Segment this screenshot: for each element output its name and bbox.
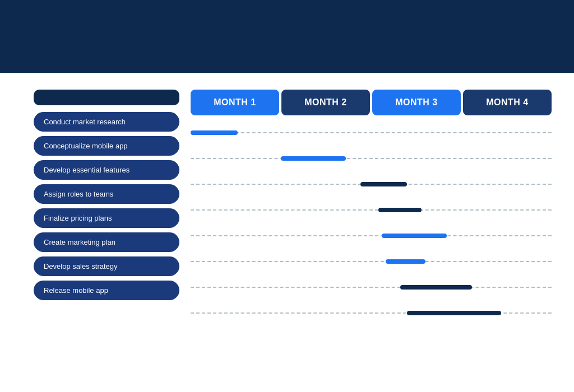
task-item: Finalize pricing plans: [34, 208, 179, 228]
gantt-bar: [191, 130, 238, 135]
gantt-bar: [400, 285, 473, 290]
main-content: Conduct market researchConceptualize mob…: [0, 73, 574, 339]
month-header-1: MONTH 1: [191, 90, 279, 115]
gantt-column: MONTH 1MONTH 2MONTH 3MONTH 4: [191, 90, 552, 328]
gantt-row: [191, 122, 552, 143]
task-item: Conduct market research: [34, 112, 179, 132]
task-item: Release mobile app: [34, 281, 179, 300]
gantt-bar: [386, 259, 425, 264]
month-header-2: MONTH 2: [281, 90, 370, 115]
task-item: Develop sales strategy: [34, 256, 179, 276]
task-item: Develop essential features: [34, 160, 179, 180]
gantt-track: [191, 130, 552, 135]
gantt-row: [191, 199, 552, 221]
gantt-track: [191, 156, 552, 161]
gantt-bar: [360, 182, 408, 186]
task-item: Create marketing plan: [34, 232, 179, 252]
month-header-4: MONTH 4: [463, 90, 552, 115]
gantt-track: [191, 208, 552, 212]
gantt-track: [191, 182, 552, 186]
gantt-dashes: [191, 287, 552, 288]
header: [0, 0, 574, 73]
tasks-header: [34, 90, 179, 105]
task-list: Conduct market researchConceptualize mob…: [34, 112, 179, 300]
task-item: Conceptualize mobile app: [34, 136, 179, 156]
gantt-dashes: [191, 235, 552, 236]
month-headers: MONTH 1MONTH 2MONTH 3MONTH 4: [191, 90, 552, 115]
gantt-track: [191, 311, 552, 315]
gantt-dashes: [191, 132, 552, 133]
tasks-column: Conduct market researchConceptualize mob…: [34, 90, 179, 328]
gantt-bar: [407, 311, 501, 315]
gantt-rows: [191, 122, 552, 324]
month-header-3: MONTH 3: [372, 90, 461, 115]
gantt-dashes: [191, 209, 552, 211]
gantt-bar: [378, 208, 422, 212]
gantt-bar: [281, 156, 346, 161]
chart-container: Conduct market researchConceptualize mob…: [34, 90, 552, 328]
gantt-track: [191, 285, 552, 290]
task-item: Assign roles to teams: [34, 184, 179, 204]
gantt-dashes: [191, 158, 552, 159]
gantt-bar: [382, 234, 447, 238]
gantt-row: [191, 277, 552, 298]
gantt-row: [191, 174, 552, 195]
gantt-track: [191, 259, 552, 264]
gantt-row: [191, 148, 552, 169]
gantt-track: [191, 234, 552, 238]
gantt-dashes: [191, 261, 552, 262]
gantt-row: [191, 225, 552, 246]
gantt-row: [191, 251, 552, 272]
gantt-row: [191, 302, 552, 324]
